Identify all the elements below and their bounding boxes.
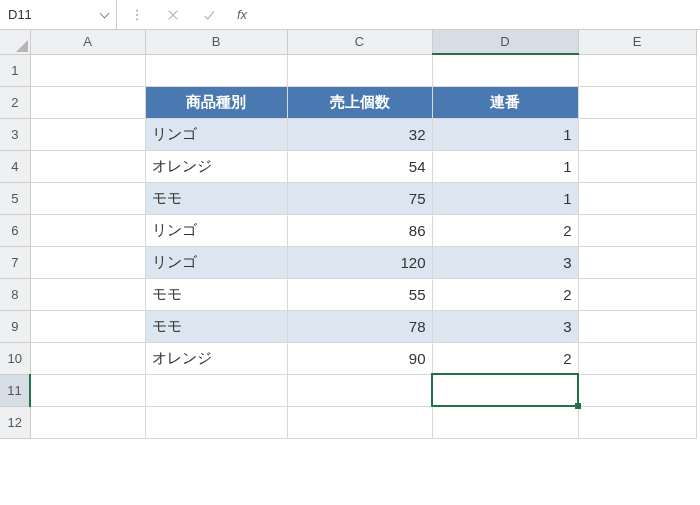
col-header-D[interactable]: D [432, 30, 578, 54]
cell[interactable] [30, 118, 145, 150]
cell[interactable] [287, 54, 432, 86]
table-header-product[interactable]: 商品種別 [145, 86, 287, 118]
grid-table: A B C D E 1 2 商品種別 売上個数 連番 3 リンゴ 32 [0, 30, 697, 439]
cell[interactable] [578, 310, 696, 342]
cell-seq[interactable]: 1 [432, 150, 578, 182]
cell[interactable] [432, 54, 578, 86]
cell-product[interactable]: オレンジ [145, 342, 287, 374]
row-header[interactable]: 12 [0, 406, 30, 438]
confirm-icon[interactable] [201, 7, 217, 23]
cell[interactable] [145, 54, 287, 86]
cell[interactable] [30, 278, 145, 310]
cell-qty[interactable]: 86 [287, 214, 432, 246]
row-header[interactable]: 8 [0, 278, 30, 310]
cell-qty[interactable]: 55 [287, 278, 432, 310]
formula-bar-buttons: fx [117, 7, 259, 23]
dots-icon [129, 7, 145, 23]
cell[interactable] [578, 278, 696, 310]
cell[interactable] [30, 342, 145, 374]
row-header[interactable]: 9 [0, 310, 30, 342]
col-header-A[interactable]: A [30, 30, 145, 54]
cell-qty[interactable]: 54 [287, 150, 432, 182]
row-header[interactable]: 4 [0, 150, 30, 182]
cell-qty[interactable]: 75 [287, 182, 432, 214]
svg-point-1 [136, 13, 138, 15]
row-header[interactable]: 5 [0, 182, 30, 214]
row-header[interactable]: 3 [0, 118, 30, 150]
cell[interactable] [578, 182, 696, 214]
cell-product[interactable]: リンゴ [145, 118, 287, 150]
cell-seq[interactable]: 2 [432, 342, 578, 374]
cell[interactable] [30, 182, 145, 214]
cell-seq[interactable]: 1 [432, 118, 578, 150]
cell-seq[interactable]: 2 [432, 214, 578, 246]
cell[interactable] [578, 118, 696, 150]
column-header-row: A B C D E [0, 30, 696, 54]
row-header[interactable]: 2 [0, 86, 30, 118]
col-header-C[interactable]: C [287, 30, 432, 54]
cell[interactable] [30, 374, 145, 406]
cell[interactable] [30, 54, 145, 86]
cell[interactable] [30, 86, 145, 118]
cell-product[interactable]: リンゴ [145, 246, 287, 278]
cell-qty[interactable]: 90 [287, 342, 432, 374]
table-header-qty[interactable]: 売上個数 [287, 86, 432, 118]
cell-product[interactable]: モモ [145, 310, 287, 342]
formula-input[interactable] [259, 0, 700, 29]
cell[interactable] [30, 246, 145, 278]
cell[interactable] [287, 374, 432, 406]
cell[interactable] [578, 150, 696, 182]
spreadsheet-grid: A B C D E 1 2 商品種別 売上個数 連番 3 リンゴ 32 [0, 30, 700, 439]
svg-point-2 [136, 18, 138, 20]
select-all-corner[interactable] [0, 30, 30, 54]
fx-icon[interactable]: fx [237, 7, 247, 22]
cell[interactable] [145, 374, 287, 406]
row-header[interactable]: 11 [0, 374, 30, 406]
formula-bar: D11 fx [0, 0, 700, 30]
cell[interactable] [578, 406, 696, 438]
row-header[interactable]: 1 [0, 54, 30, 86]
cell-product[interactable]: モモ [145, 278, 287, 310]
cell[interactable] [30, 150, 145, 182]
svg-point-0 [136, 9, 138, 11]
cell-seq[interactable]: 1 [432, 182, 578, 214]
cell[interactable] [30, 214, 145, 246]
cell-qty[interactable]: 32 [287, 118, 432, 150]
cell[interactable] [30, 406, 145, 438]
row-header[interactable]: 7 [0, 246, 30, 278]
name-box-text: D11 [8, 7, 32, 22]
cell-product[interactable]: リンゴ [145, 214, 287, 246]
cell[interactable] [578, 246, 696, 278]
active-cell[interactable] [432, 374, 578, 406]
cell-seq[interactable]: 2 [432, 278, 578, 310]
cell-product[interactable]: モモ [145, 182, 287, 214]
row-header[interactable]: 6 [0, 214, 30, 246]
cell[interactable] [30, 310, 145, 342]
cell[interactable] [578, 86, 696, 118]
cell-qty[interactable]: 78 [287, 310, 432, 342]
chevron-down-icon [100, 8, 110, 18]
cell[interactable] [578, 54, 696, 86]
cell-seq[interactable]: 3 [432, 246, 578, 278]
cell[interactable] [578, 342, 696, 374]
col-header-E[interactable]: E [578, 30, 696, 54]
cell[interactable] [432, 406, 578, 438]
name-box[interactable]: D11 [0, 0, 117, 29]
cell-qty[interactable]: 120 [287, 246, 432, 278]
cell-product[interactable]: オレンジ [145, 150, 287, 182]
col-header-B[interactable]: B [145, 30, 287, 54]
row-header[interactable]: 10 [0, 342, 30, 374]
table-header-seq[interactable]: 連番 [432, 86, 578, 118]
cell[interactable] [145, 406, 287, 438]
cell-seq[interactable]: 3 [432, 310, 578, 342]
cell[interactable] [287, 406, 432, 438]
cell[interactable] [578, 374, 696, 406]
cancel-icon[interactable] [165, 7, 181, 23]
cell[interactable] [578, 214, 696, 246]
